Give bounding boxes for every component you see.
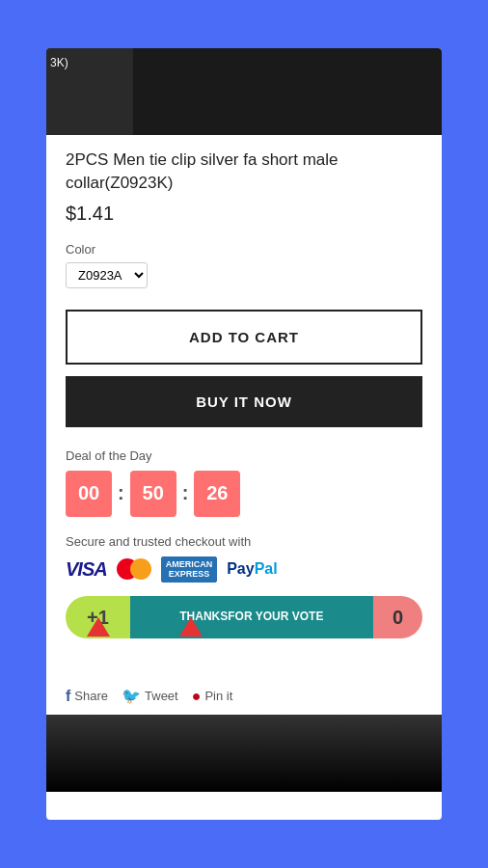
visa-icon: VISA: [66, 558, 107, 581]
arrow-up-1: [87, 617, 110, 637]
pin-label: Pin it: [204, 689, 232, 703]
countdown-hours: 00: [66, 471, 112, 517]
deal-section: Deal of the Day 00 : 50 : 26: [66, 448, 422, 517]
countdown-minutes: 50: [130, 471, 176, 517]
product-bottom-image: [46, 715, 442, 792]
mc-orange-circle: [130, 558, 151, 580]
product-price: $1.41: [66, 203, 422, 225]
vote-count[interactable]: 0: [373, 596, 422, 638]
pinterest-icon: ●: [192, 688, 202, 705]
countdown-seconds: 26: [194, 471, 240, 517]
mastercard-icon: [117, 558, 151, 580]
facebook-icon: f: [66, 688, 70, 705]
deal-label: Deal of the Day: [66, 448, 422, 463]
secure-section: Secure and trusted checkout with VISA AM…: [66, 534, 422, 583]
product-title: 2PCS Men tie clip silver fa short male c…: [66, 149, 422, 195]
vote-thanks-label: THANKSFOR YOUR VOTE: [130, 596, 373, 638]
color-label: Color: [66, 242, 422, 257]
color-dropdown[interactable]: Z0923A Z0923B Z0923C: [66, 262, 148, 288]
tweet-label: Tweet: [145, 689, 178, 703]
amex-line2: EXPRESS: [166, 569, 213, 580]
payment-icons: VISA AMERICAN EXPRESS PayPal: [66, 556, 422, 583]
twitter-tweet[interactable]: 🐦 Tweet: [122, 687, 178, 705]
product-card: 3K) 2PCS Men tie clip silver fa short ma…: [46, 48, 442, 820]
share-label: Share: [74, 689, 108, 703]
add-to-cart-button[interactable]: ADD TO CART: [66, 310, 422, 365]
buy-now-button[interactable]: BUY IT NOW: [66, 376, 422, 427]
countdown-sep-2: :: [180, 482, 191, 504]
social-section: f Share 🐦 Tweet ● Pin it: [66, 687, 422, 705]
image-label: 3K): [50, 56, 68, 69]
product-content: 2PCS Men tie clip silver fa short male c…: [46, 135, 442, 705]
facebook-share[interactable]: f Share: [66, 688, 108, 705]
twitter-icon: 🐦: [122, 687, 141, 705]
amex-icon: AMERICAN EXPRESS: [161, 556, 218, 583]
arrows-container: [66, 652, 422, 687]
secure-label: Secure and trusted checkout with: [66, 534, 422, 549]
vote-section: +1 THANKSFOR YOUR VOTE 0: [66, 596, 422, 638]
pinterest-pin[interactable]: ● Pin it: [192, 688, 233, 705]
countdown-timer: 00 : 50 : 26: [66, 471, 422, 517]
arrow-up-2: [179, 617, 203, 637]
color-selector[interactable]: Z0923A Z0923B Z0923C: [66, 262, 422, 288]
paypal-icon: PayPal: [227, 560, 277, 578]
product-image-area: 3K): [46, 48, 442, 135]
countdown-sep-1: :: [116, 482, 126, 504]
amex-line1: AMERICAN: [166, 559, 213, 570]
